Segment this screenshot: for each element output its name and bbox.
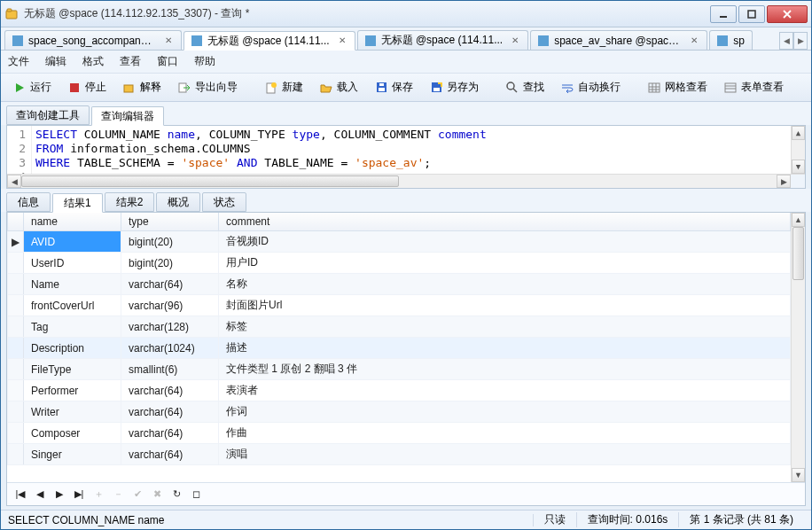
nav-first[interactable]: |◀ bbox=[14, 488, 27, 501]
maximize-button[interactable] bbox=[738, 5, 765, 23]
cell-type[interactable]: varchar(64) bbox=[121, 401, 219, 423]
editor-hscrollbar[interactable]: ◀▶ bbox=[7, 174, 805, 188]
editor-vscrollbar[interactable]: ▲▼ bbox=[791, 126, 805, 174]
cell-type[interactable]: bigint(20) bbox=[121, 231, 219, 253]
cell-name[interactable]: Writer bbox=[24, 401, 121, 423]
explain-button[interactable]: 解释 bbox=[116, 77, 168, 97]
tab-status[interactable]: 状态 bbox=[202, 192, 246, 212]
cell-type[interactable]: varchar(64) bbox=[121, 423, 219, 444]
cell-type[interactable]: varchar(96) bbox=[121, 295, 219, 316]
find-button[interactable]: 查找 bbox=[499, 77, 550, 97]
word-wrap-button[interactable]: 自动换行 bbox=[554, 77, 627, 97]
grid-vscrollbar[interactable]: ▲▼ bbox=[791, 213, 805, 482]
nav-last[interactable]: ▶| bbox=[73, 488, 85, 501]
tab-query-builder[interactable]: 查询创建工具 bbox=[6, 105, 90, 125]
tab-close-icon[interactable]: ✕ bbox=[689, 35, 699, 46]
cell-name[interactable]: Description bbox=[24, 338, 121, 359]
cell-name[interactable]: FileType bbox=[24, 359, 121, 380]
tab-close-icon[interactable]: ✕ bbox=[337, 35, 347, 46]
cell-type[interactable]: varchar(64) bbox=[121, 444, 219, 465]
menu-view[interactable]: 查看 bbox=[120, 54, 141, 69]
file-tab[interactable]: space_song_accompany ...✕ bbox=[4, 30, 182, 50]
tab-scroll-left[interactable]: ◀ bbox=[779, 32, 793, 50]
menu-file[interactable]: 文件 bbox=[8, 54, 29, 69]
cell-type[interactable]: varchar(64) bbox=[121, 274, 219, 295]
col-header-comment[interactable]: comment bbox=[219, 213, 791, 231]
grid-view-button[interactable]: 网格查看 bbox=[641, 77, 714, 97]
cell-comment[interactable]: 封面图片Url bbox=[219, 295, 791, 316]
form-view-button[interactable]: 表单查看 bbox=[717, 77, 790, 97]
tab-profile[interactable]: 概况 bbox=[156, 192, 200, 212]
export-wizard-button[interactable]: 导出向导 bbox=[171, 77, 244, 97]
table-row[interactable]: Composervarchar(64)作曲 bbox=[8, 423, 791, 444]
tab-scroll-right[interactable]: ▶ bbox=[793, 32, 808, 50]
cell-name[interactable]: Name bbox=[24, 274, 121, 295]
table-row[interactable]: Tagvarchar(128)标签 bbox=[8, 316, 791, 338]
cell-comment[interactable]: 作曲 bbox=[219, 423, 791, 444]
new-button[interactable]: 新建 bbox=[258, 77, 309, 97]
titlebar[interactable]: 无标题 @space (114.112.92.135_3307) - 查询 * bbox=[1, 1, 811, 27]
run-button[interactable]: 运行 bbox=[6, 77, 58, 97]
note-button[interactable]: 备注 bbox=[804, 77, 811, 97]
file-tab[interactable]: 无标题 @space (114.11...✕ bbox=[357, 30, 529, 50]
svg-rect-13 bbox=[433, 88, 440, 91]
cell-name[interactable]: Composer bbox=[24, 423, 121, 444]
table-row[interactable]: UserIDbigint(20)用户ID bbox=[8, 253, 791, 274]
cell-comment[interactable]: 描述 bbox=[219, 338, 791, 359]
table-row[interactable]: ▶AVIDbigint(20)音视频ID bbox=[8, 231, 791, 253]
cell-name[interactable]: Tag bbox=[24, 316, 121, 338]
menu-window[interactable]: 窗口 bbox=[157, 54, 178, 69]
nav-next[interactable]: ▶ bbox=[53, 488, 66, 501]
tab-close-icon[interactable]: ✕ bbox=[510, 35, 520, 46]
menu-help[interactable]: 帮助 bbox=[194, 54, 215, 69]
cell-type[interactable]: bigint(20) bbox=[121, 253, 219, 274]
cell-name[interactable]: UserID bbox=[24, 253, 121, 274]
tab-close-icon[interactable]: ✕ bbox=[163, 35, 174, 46]
tab-query-editor[interactable]: 查询编辑器 bbox=[91, 106, 164, 126]
stop-button[interactable]: 停止 bbox=[61, 77, 113, 97]
close-button[interactable] bbox=[767, 5, 808, 23]
file-tab[interactable]: sp bbox=[709, 30, 753, 50]
cell-type[interactable]: varchar(64) bbox=[121, 380, 219, 401]
cell-type[interactable]: varchar(1024) bbox=[121, 338, 219, 359]
cell-name[interactable]: Performer bbox=[24, 380, 121, 401]
table-row[interactable]: Writervarchar(64)作词 bbox=[8, 401, 791, 423]
tab-messages[interactable]: 信息 bbox=[6, 192, 51, 212]
cell-type[interactable]: varchar(128) bbox=[121, 316, 219, 338]
nav-refresh[interactable]: ↻ bbox=[170, 488, 183, 501]
cell-name[interactable]: AVID bbox=[24, 231, 121, 253]
menu-format[interactable]: 格式 bbox=[82, 54, 104, 69]
save-button[interactable]: 保存 bbox=[368, 77, 419, 97]
cell-comment[interactable]: 演唱 bbox=[219, 444, 791, 465]
nav-stop[interactable]: ◻ bbox=[190, 488, 202, 501]
tab-result1[interactable]: 结果1 bbox=[52, 193, 103, 213]
cell-comment[interactable]: 标签 bbox=[219, 316, 791, 338]
cell-name[interactable]: frontCoverUrl bbox=[24, 295, 121, 316]
table-row[interactable]: Descriptionvarchar(1024)描述 bbox=[8, 338, 791, 359]
col-header-type[interactable]: type bbox=[121, 213, 219, 231]
cell-comment[interactable]: 用户ID bbox=[219, 253, 791, 274]
code-area[interactable]: SELECT COLUMN_NAME name, COLUMN_TYPE typ… bbox=[32, 126, 791, 174]
table-row[interactable]: frontCoverUrlvarchar(96)封面图片Url bbox=[8, 295, 791, 316]
save-as-button[interactable]: 另存为 bbox=[423, 77, 485, 97]
cell-comment[interactable]: 文件类型 1 原创 2 翻唱 3 伴 bbox=[219, 359, 791, 380]
table-row[interactable]: Namevarchar(64)名称 bbox=[8, 274, 791, 295]
table-row[interactable]: Performervarchar(64)表演者 bbox=[8, 380, 791, 401]
nav-prev[interactable]: ◀ bbox=[34, 488, 46, 501]
minimize-button[interactable] bbox=[710, 5, 737, 23]
load-button[interactable]: 载入 bbox=[313, 77, 364, 97]
menu-edit[interactable]: 编辑 bbox=[45, 54, 66, 69]
table-row[interactable]: FileTypesmallint(6)文件类型 1 原创 2 翻唱 3 伴 bbox=[8, 359, 791, 380]
file-tab[interactable]: space_av_share @space...✕ bbox=[530, 30, 707, 50]
file-tab-active[interactable]: 无标题 @space (114.11...✕ bbox=[183, 31, 355, 51]
col-header-name[interactable]: name bbox=[24, 213, 121, 231]
results-table[interactable]: name type comment ▶AVIDbigint(20)音视频IDUs… bbox=[7, 213, 791, 465]
table-row[interactable]: Singervarchar(64)演唱 bbox=[8, 444, 791, 465]
cell-comment[interactable]: 音视频ID bbox=[219, 231, 791, 253]
cell-comment[interactable]: 作词 bbox=[219, 401, 791, 423]
tab-result2[interactable]: 结果2 bbox=[105, 192, 155, 212]
cell-comment[interactable]: 名称 bbox=[219, 274, 791, 295]
cell-name[interactable]: Singer bbox=[24, 444, 121, 465]
cell-comment[interactable]: 表演者 bbox=[219, 380, 791, 401]
cell-type[interactable]: smallint(6) bbox=[121, 359, 219, 380]
